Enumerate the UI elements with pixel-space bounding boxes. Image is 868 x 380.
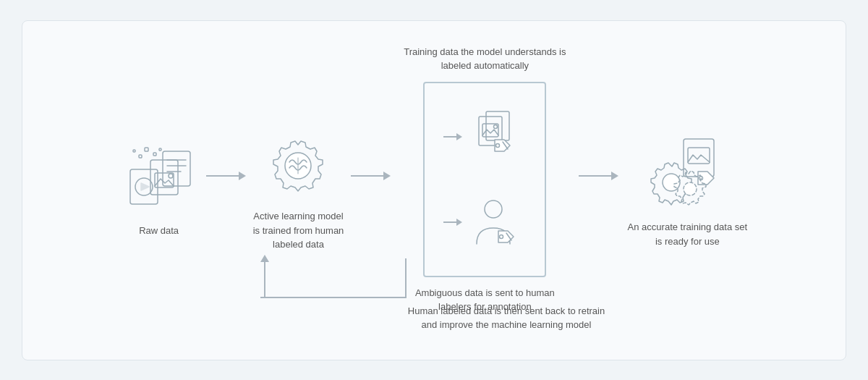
svg-rect-10 [145, 148, 148, 151]
diagram: Raw data Active l [22, 20, 846, 360]
svg-rect-14 [159, 148, 161, 151]
accurate-data-label: An accurate training data set is ready f… [626, 220, 749, 248]
auto-labeled-docs-icon [443, 108, 526, 166]
svg-rect-13 [133, 150, 135, 152]
step-active-learning: Active learning model is trained from hu… [253, 128, 344, 252]
active-learning-icon [258, 128, 338, 200]
accurate-data-icon [644, 132, 731, 211]
raw-data-icon [119, 143, 199, 215]
feedback-section: Human labeled data is then sent back to … [427, 298, 658, 332]
arrow-2 [351, 172, 391, 180]
svg-rect-11 [153, 153, 156, 156]
svg-point-30 [684, 182, 697, 195]
step-accurate-data: An accurate training data set is ready f… [626, 132, 749, 248]
svg-marker-9 [141, 183, 149, 190]
svg-point-6 [169, 174, 173, 178]
arrow-1 [206, 172, 246, 180]
raw-data-label: Raw data [139, 224, 179, 238]
svg-rect-19 [482, 124, 498, 137]
svg-rect-0 [163, 151, 190, 186]
svg-rect-12 [139, 155, 142, 158]
feedback-label: Human labeled data is then sent back to … [405, 304, 608, 332]
svg-point-20 [494, 124, 498, 128]
auto-label-text: Training data the model understands is l… [401, 45, 568, 73]
active-learning-label: Active learning model is trained from hu… [253, 209, 344, 252]
human-labeler-icon [443, 193, 526, 251]
svg-rect-27 [688, 148, 710, 164]
step-raw-data: Raw data [119, 143, 199, 238]
arrow-3 [579, 172, 618, 180]
svg-point-23 [485, 200, 502, 218]
